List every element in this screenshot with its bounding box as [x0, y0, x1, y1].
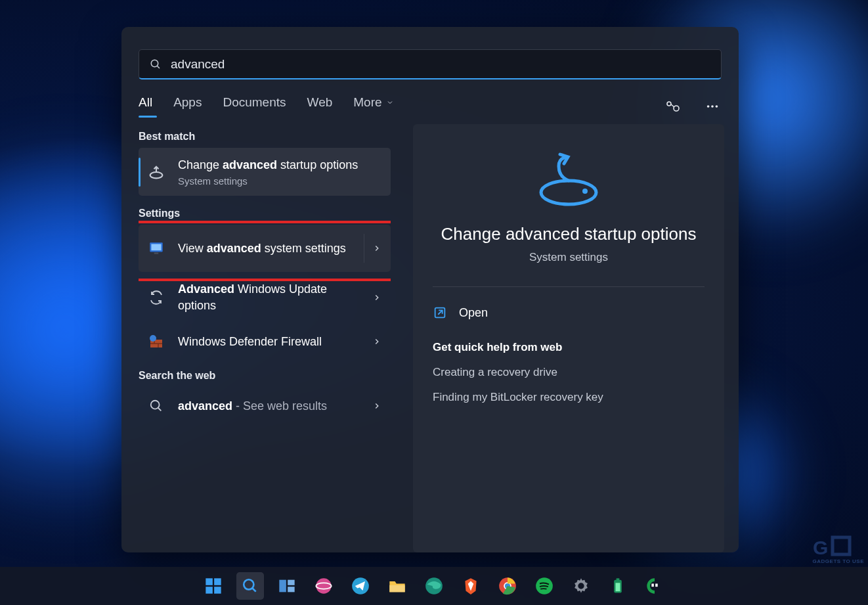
svg-rect-24	[206, 578, 213, 585]
filter-web[interactable]: Web	[307, 95, 333, 118]
firewall-icon	[146, 332, 166, 351]
section-settings: Settings	[139, 208, 391, 219]
filter-documents[interactable]: Documents	[223, 95, 286, 118]
svg-rect-25	[214, 578, 221, 585]
edge-icon[interactable]	[420, 572, 448, 600]
svg-point-28	[244, 579, 253, 589]
chevron-down-icon	[386, 99, 394, 106]
svg-rect-31	[288, 580, 295, 585]
filter-all[interactable]: All	[139, 95, 152, 118]
result-title: Windows Defender Firewall	[178, 334, 367, 349]
section-search-web: Search the web	[139, 370, 391, 382]
svg-rect-10	[151, 244, 161, 251]
svg-rect-26	[206, 587, 213, 594]
result-defender-firewall[interactable]: Windows Defender Firewall	[139, 323, 391, 361]
chrome-icon[interactable]	[494, 572, 521, 600]
brave-icon[interactable]	[457, 572, 485, 600]
detail-title: Change advanced startup options	[433, 224, 705, 244]
result-windows-update[interactable]: Advanced Windows Update options	[139, 272, 391, 323]
help-link-recovery-drive[interactable]: Creating a recovery drive	[433, 366, 705, 379]
more-icon[interactable]	[703, 97, 722, 116]
telegram-icon[interactable]	[347, 572, 374, 600]
result-web-search[interactable]: advanced - See web results	[139, 387, 391, 425]
svg-rect-30	[279, 580, 286, 593]
svg-rect-27	[214, 587, 221, 594]
svg-point-33	[316, 578, 331, 593]
taskview-icon[interactable]	[273, 572, 301, 600]
svg-point-0	[151, 60, 158, 67]
chevron-right-icon[interactable]	[372, 293, 383, 302]
svg-rect-32	[288, 587, 295, 592]
filter-more[interactable]: More	[353, 95, 393, 118]
results-column: Best match Change advanced startup optio…	[139, 124, 391, 552]
result-advanced-system-settings[interactable]: View advanced system settings	[139, 225, 391, 272]
svg-rect-44	[616, 583, 620, 591]
svg-point-2	[667, 102, 671, 106]
chat-icon[interactable]	[664, 97, 682, 116]
result-title: Change advanced startup options	[178, 157, 383, 173]
help-header: Get quick help from web	[433, 341, 705, 354]
chevron-right-icon[interactable]	[372, 337, 383, 346]
monitor-icon	[146, 238, 166, 258]
result-title: advanced - See web results	[178, 398, 367, 414]
svg-rect-48	[833, 537, 850, 554]
svg-text:G: G	[813, 537, 828, 558]
settings-icon[interactable]	[567, 572, 595, 600]
search-icon	[150, 58, 162, 70]
svg-rect-11	[154, 253, 159, 254]
search-bar[interactable]	[139, 49, 722, 79]
filter-row: All Apps Documents Web More	[121, 79, 739, 118]
svg-point-5	[707, 105, 710, 108]
svg-line-23	[438, 310, 442, 314]
snip-icon[interactable]	[310, 572, 337, 600]
chevron-right-icon[interactable]	[372, 244, 383, 253]
svg-line-1	[157, 66, 160, 68]
section-best-match: Best match	[139, 131, 391, 143]
open-label: Open	[459, 306, 488, 320]
explorer-icon[interactable]	[383, 572, 411, 600]
svg-rect-45	[651, 584, 654, 587]
svg-point-20	[541, 181, 596, 204]
search-input[interactable]	[171, 57, 710, 72]
result-title: Advanced Windows Update options	[178, 281, 367, 313]
battery-icon[interactable]	[604, 572, 632, 600]
detail-subtitle: System settings	[433, 251, 705, 264]
startup-icon	[146, 162, 166, 182]
open-button[interactable]: Open	[433, 303, 705, 323]
svg-point-6	[711, 105, 714, 108]
svg-point-16	[150, 335, 156, 342]
result-title: View advanced system settings	[178, 240, 358, 256]
sync-icon	[146, 288, 166, 307]
result-subtitle: System settings	[178, 175, 383, 187]
chevron-right-icon[interactable]	[372, 401, 383, 411]
filter-apps[interactable]: Apps	[173, 95, 202, 118]
svg-rect-46	[655, 584, 658, 587]
open-icon	[433, 305, 447, 320]
hangouts-icon[interactable]	[641, 572, 668, 600]
search-icon[interactable]	[236, 572, 264, 600]
svg-rect-43	[617, 578, 620, 581]
start-icon[interactable]	[200, 572, 227, 600]
search-icon	[146, 396, 166, 416]
svg-point-17	[151, 401, 160, 409]
taskbar	[0, 567, 868, 605]
help-link-bitlocker[interactable]: Finding my BitLocker recovery key	[433, 391, 705, 404]
svg-rect-36	[389, 585, 404, 593]
svg-line-18	[158, 408, 162, 411]
detail-pane: Change advanced startup options System s…	[413, 124, 724, 552]
filter-more-label: More	[353, 95, 381, 110]
watermark: G GADGETS TO USE	[813, 533, 864, 564]
svg-line-4	[671, 104, 674, 107]
windows-search-panel: All Apps Documents Web More Best match	[121, 27, 739, 552]
svg-line-29	[252, 588, 255, 591]
svg-point-7	[716, 105, 718, 108]
startup-large-icon	[532, 150, 605, 210]
result-best-match[interactable]: Change advanced startup options System s…	[139, 148, 391, 196]
spotify-icon[interactable]	[531, 572, 558, 600]
svg-point-21	[582, 189, 588, 194]
